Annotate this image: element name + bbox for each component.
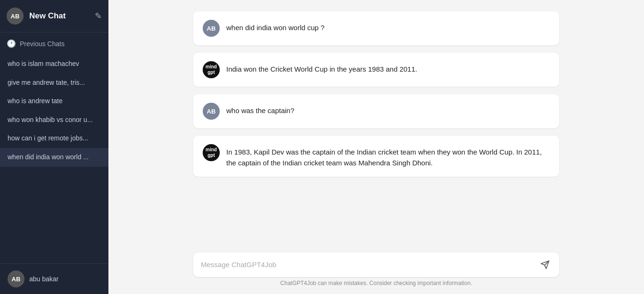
message-input[interactable] xyxy=(201,259,538,270)
user-message-text-2: who was the captain? xyxy=(226,103,294,116)
previous-chats-header: 🕐 Previous Chats xyxy=(0,33,108,53)
user-message-text-1: when did india won world cup ? xyxy=(226,20,324,33)
bot-message-avatar-2: mindgpt xyxy=(203,144,220,161)
send-icon xyxy=(540,260,550,270)
message-input-wrap xyxy=(193,253,559,277)
avatar: AB xyxy=(8,270,25,287)
sidebar: AB New Chat ✎ 🕐 Previous Chats who is is… xyxy=(0,0,108,294)
list-item[interactable]: who won khabib vs conor u... xyxy=(0,111,108,130)
input-area: ChatGPT4Job can make mistakes. Consider … xyxy=(108,253,644,294)
user-message-avatar: AB xyxy=(203,20,220,37)
user-avatar-small: AB xyxy=(7,8,24,24)
bot-message-text-2: In 1983, Kapil Dev was the captain of th… xyxy=(226,144,550,168)
list-item[interactable]: who is islam machachev xyxy=(0,55,108,74)
main-content: AB when did india won world cup ? mindgp… xyxy=(108,0,644,294)
bot-message-text-1: India won the Cricket World Cup in the y… xyxy=(226,61,417,75)
user-footer: AB abu bakar xyxy=(0,263,108,294)
message-bubble-2: mindgpt India won the Cricket World Cup … xyxy=(193,53,559,87)
list-item[interactable]: who is andrew tate xyxy=(0,92,108,111)
list-item[interactable]: when did india won world ... xyxy=(0,148,108,167)
list-item[interactable]: how can i get remote jobs... xyxy=(0,129,108,148)
bot-logo-2: mindgpt xyxy=(203,144,220,161)
new-chat-label: New Chat xyxy=(29,11,89,21)
chat-area: AB when did india won world cup ? mindgp… xyxy=(108,0,644,253)
message-bubble-3: AB who was the captain? xyxy=(193,94,559,128)
user-name: abu bakar xyxy=(29,275,58,283)
disclaimer: ChatGPT4Job can make mistakes. Consider … xyxy=(193,277,559,290)
new-chat-button[interactable]: AB New Chat ✎ xyxy=(0,0,108,33)
bot-message-avatar: mindgpt xyxy=(203,61,220,78)
edit-icon[interactable]: ✎ xyxy=(95,11,102,21)
user-message-avatar-2: AB xyxy=(203,103,220,120)
send-button[interactable] xyxy=(538,260,552,270)
message-bubble-1: AB when did india won world cup ? xyxy=(193,11,559,45)
clock-icon: 🕐 xyxy=(7,39,16,48)
chat-list: who is islam machachev give me andrew ta… xyxy=(0,53,108,263)
bot-logo: mindgpt xyxy=(203,61,220,78)
previous-chats-label: Previous Chats xyxy=(20,40,65,48)
message-bubble-4: mindgpt In 1983, Kapil Dev was the capta… xyxy=(193,136,559,177)
list-item[interactable]: give me andrew tate, tris... xyxy=(0,74,108,92)
